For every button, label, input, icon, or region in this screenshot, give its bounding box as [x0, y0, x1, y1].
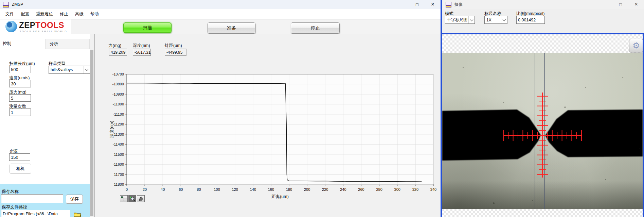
- dust-specks: [463, 67, 464, 68]
- zmsp-close-button[interactable]: ×: [425, 0, 441, 9]
- panel-scrollbar[interactable]: [90, 34, 94, 217]
- tab-control[interactable]: 控制: [3, 41, 11, 47]
- tab-analysis-label: 分析: [50, 41, 58, 47]
- camera-titlebar[interactable]: 摄像 — □ ×: [442, 0, 644, 9]
- graph-tool-zoom-button[interactable]: +: [128, 195, 136, 202]
- svg-text:-10700: -10700: [112, 72, 124, 76]
- svg-text:-11200: -11200: [113, 122, 124, 126]
- zmsp-app-icon: [3, 2, 9, 7]
- tab-analysis[interactable]: 分析: [45, 39, 90, 49]
- pan-hand-icon: [138, 196, 143, 201]
- svg-text:300: 300: [394, 187, 400, 191]
- svg-text:-11600: -11600: [113, 162, 124, 166]
- light-source-input[interactable]: [9, 153, 30, 161]
- save-path-input[interactable]: [1, 210, 70, 217]
- stop-button[interactable]: 停止: [291, 22, 340, 34]
- svg-text:240: 240: [340, 187, 346, 191]
- measure-count-input[interactable]: [9, 108, 31, 116]
- browse-folder-button[interactable]: [72, 211, 83, 217]
- ruler-name-value: 1X: [485, 18, 501, 22]
- folder-icon: [74, 212, 81, 217]
- svg-text:340: 340: [430, 187, 436, 191]
- zmsp-titlebar[interactable]: ZMSP — □ ×: [0, 0, 441, 9]
- mode-value: 十字标尺图: [445, 17, 468, 23]
- chevron-down-icon: [468, 16, 475, 23]
- camera-minimize-button[interactable]: —: [597, 0, 613, 9]
- svg-text:-11100: -11100: [113, 112, 124, 116]
- menu-item-advanced[interactable]: 高级: [72, 11, 87, 17]
- svg-text:-11500: -11500: [113, 152, 124, 156]
- save-path-label: 保存文件路径: [2, 204, 27, 210]
- svg-text:140: 140: [250, 187, 256, 191]
- camera-live-image: [442, 53, 643, 209]
- camera-button[interactable]: 相机: [10, 164, 31, 174]
- speed-input[interactable]: [9, 80, 31, 87]
- camera-maximize-button[interactable]: □: [613, 0, 628, 9]
- zmsp-maximize-button[interactable]: □: [409, 0, 425, 9]
- pressure-input[interactable]: [9, 94, 31, 102]
- save-button[interactable]: 保存: [66, 195, 83, 204]
- graph-tool-cursor-button[interactable]: [120, 195, 128, 202]
- camera-window: 摄像 — □ × 模式 十字标尺图 标尺名称 1X 比例(mm/pixel): [441, 0, 644, 217]
- desktop: ZMSP — □ × 文件 配置 重新定位 修正 高级 帮助 ZEPTOOLS: [0, 0, 644, 217]
- svg-text:-11800: -11800: [113, 182, 124, 186]
- svg-text:-11700: -11700: [113, 172, 124, 177]
- logo-subtitle: TOOLS FOR SMALL WORLD.: [20, 30, 69, 33]
- save-name-input[interactable]: [1, 194, 63, 203]
- svg-text:距离(um): 距离(um): [271, 194, 289, 199]
- save-name-label: 保存名称: [2, 189, 19, 195]
- logo-text-zep: ZEP: [19, 20, 35, 30]
- zmsp-menubar: 文件 配置 重新定位 修正 高级 帮助: [0, 9, 441, 19]
- menu-item-help[interactable]: 帮助: [87, 11, 102, 17]
- svg-text:-11300: -11300: [113, 132, 124, 136]
- camera-overlay: [442, 53, 643, 209]
- readout-divider: [95, 60, 441, 60]
- save-panel: 保存名称 保存 保存文件路径: [0, 184, 90, 217]
- menu-item-relocate[interactable]: 重新定位: [33, 11, 56, 17]
- svg-text:20: 20: [143, 187, 147, 191]
- scrollbar-thumb[interactable]: [90, 50, 93, 216]
- camera-window-title: 摄像: [454, 2, 463, 7]
- zmsp-minimize-button[interactable]: —: [394, 0, 409, 9]
- zeptools-logo: ZEPTOOLS TOOLS FOR SMALL WORLD.: [0, 19, 71, 34]
- svg-text:100: 100: [214, 187, 220, 191]
- svg-text:160: 160: [268, 187, 274, 191]
- camera-client: ⚙: [442, 34, 643, 217]
- zmsp-header: ZEPTOOLS TOOLS FOR SMALL WORLD. 扫描 准备 停止: [0, 19, 441, 34]
- svg-text:320: 320: [412, 187, 418, 191]
- control-panel: 控制 分析 扫描长度(um) 速度(um/s) 压力(mg) 测量次数 样品类型…: [0, 34, 90, 217]
- zeptools-logo-inner: [7, 22, 12, 28]
- camera-settings-button[interactable]: ⚙: [629, 39, 643, 52]
- scan-button[interactable]: 扫描: [123, 22, 172, 33]
- scale-input[interactable]: [516, 16, 545, 24]
- menu-item-config[interactable]: 配置: [17, 11, 33, 17]
- ruler-name-dropdown[interactable]: 1X: [484, 16, 507, 24]
- camera-close-button[interactable]: ×: [628, 0, 644, 9]
- svg-text:-11000: -11000: [113, 102, 124, 106]
- menu-item-file[interactable]: 文件: [2, 11, 17, 17]
- prepare-button[interactable]: 准备: [208, 22, 255, 34]
- zmsp-window-title: ZMSP: [12, 2, 23, 7]
- sample-type-dropdown[interactable]: hills&valleys: [49, 66, 90, 74]
- svg-text:深度(nm): 深度(nm): [109, 121, 114, 138]
- mode-dropdown[interactable]: 十字标尺图: [445, 16, 475, 24]
- gear-icon: ⚙: [632, 41, 640, 50]
- svg-text:260: 260: [358, 187, 364, 191]
- profile-chart: 0204060801001201401601802002202402602803…: [97, 61, 441, 209]
- zmsp-window: ZMSP — □ × 文件 配置 重新定位 修正 高级 帮助 ZEPTOOLS: [0, 0, 441, 217]
- svg-text:180: 180: [286, 187, 292, 191]
- chart-region: 力(mg) 419.209 深度(nm) -5617.31 针距(um) -44…: [94, 34, 441, 217]
- camera-padding-bottom: [442, 209, 643, 217]
- svg-text:-11400: -11400: [113, 142, 124, 146]
- chevron-down-icon: [84, 66, 90, 73]
- camera-app-icon: [446, 2, 451, 7]
- sample-type-value: hills&valleys: [49, 67, 84, 72]
- depth-readout-label: 深度(nm): [133, 43, 150, 49]
- svg-text:0: 0: [126, 187, 128, 191]
- graph-tool-pan-button[interactable]: [137, 195, 145, 202]
- tip-distance-readout-value: -4499.95: [165, 49, 186, 56]
- menu-item-correction[interactable]: 修正: [56, 11, 72, 17]
- scan-length-input[interactable]: [9, 66, 31, 73]
- force-readout-value: 419.209: [109, 49, 127, 56]
- svg-text:-10900: -10900: [112, 92, 124, 96]
